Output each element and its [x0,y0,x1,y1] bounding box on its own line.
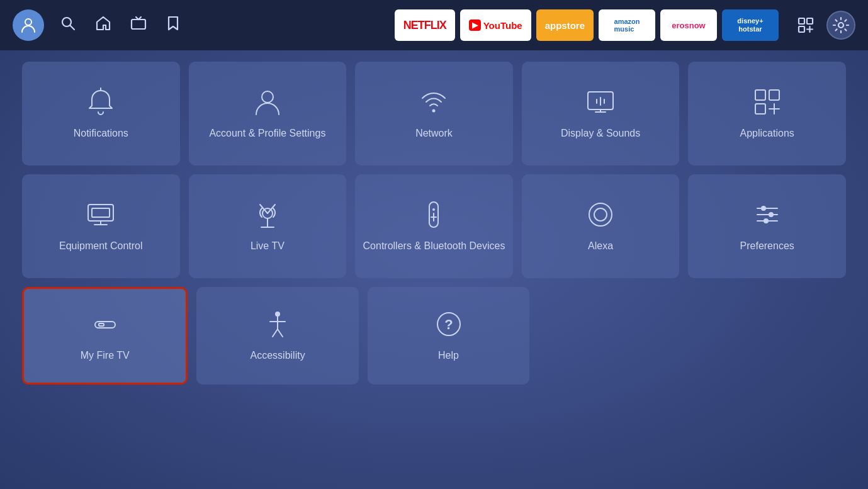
sliders-icon [752,200,782,230]
svg-point-11 [838,23,843,28]
tile-alexa[interactable]: Alexa [522,174,680,278]
tile-controllers-bluetooth[interactable]: Controllers & Bluetooth Devices [355,174,513,278]
page-wrapper: NETFLIX ▶ YouTube appstore amazonmusic e… [0,0,868,489]
tile-accessibility-label: Accessibility [251,349,305,363]
svg-point-14 [432,110,436,113]
svg-line-51 [278,329,283,337]
tile-accessibility[interactable]: Accessibility [196,287,358,385]
tile-applications[interactable]: Applications [688,62,846,166]
help-icon: ? [434,309,464,339]
tile-account-label: Account & Profile Settings [209,127,325,140]
svg-line-2 [70,26,75,30]
svg-point-40 [761,206,766,211]
svg-rect-29 [92,208,110,217]
bookmark-icon[interactable] [162,12,184,38]
display-icon [585,87,616,117]
search-icon[interactable] [57,12,79,38]
antenna-icon [252,200,283,230]
tile-network-label: Network [415,127,453,140]
grid-row-1: Notifications Account & Profile Settings [22,62,846,166]
grid-row-2: Equipment Control Live TV [22,174,846,278]
grid-row-3: My Fire TV Accessibility ? H [22,287,846,385]
tile-notifications-label: Notifications [74,127,128,140]
top-nav: NETFLIX ▶ YouTube appstore amazonmusic e… [0,0,868,50]
svg-rect-46 [99,323,104,326]
tile-account-profile[interactable]: Account & Profile Settings [189,62,347,166]
erosnow-app[interactable]: erosnow [660,9,717,41]
nav-apps: NETFLIX ▶ YouTube appstore amazonmusic e… [395,9,779,41]
empty-slot-2 [697,287,846,385]
firetv-icon [90,309,120,339]
hotstar-app[interactable]: disney+hotstar [722,9,779,41]
svg-point-37 [589,203,612,226]
svg-line-50 [273,329,278,337]
tile-alexa-label: Alexa [588,240,613,253]
appstore-app[interactable]: appstore [536,9,594,41]
svg-rect-8 [799,26,804,32]
empty-slot-1 [538,287,687,385]
svg-point-34 [432,208,435,211]
tile-preferences-label: Preferences [740,240,794,253]
tv-icon[interactable] [127,12,150,38]
tile-applications-label: Applications [740,127,794,140]
tile-display-sounds[interactable]: Display & Sounds [522,62,680,166]
svg-point-13 [262,91,273,103]
svg-rect-45 [95,322,115,328]
tile-equipment-label: Equipment Control [59,240,143,253]
youtube-app[interactable]: ▶ YouTube [460,9,531,41]
nav-left [13,9,184,41]
tile-live-tv[interactable]: Live TV [189,174,347,278]
svg-rect-22 [769,90,779,100]
tile-help[interactable]: ? Help [368,287,529,385]
tile-network[interactable]: Network [355,62,513,166]
monitor-icon [86,200,116,230]
settings-icon[interactable] [826,11,855,40]
remote-icon [419,200,449,230]
amazon-music-app[interactable]: amazonmusic [599,9,655,41]
tile-notifications[interactable]: Notifications [22,62,180,166]
person-icon [252,87,283,117]
svg-point-38 [594,208,607,221]
nav-right [791,11,855,40]
svg-rect-3 [132,20,145,29]
svg-rect-7 [807,18,813,24]
settings-grid: Notifications Account & Profile Settings [0,50,868,489]
apps-icon [752,87,782,117]
tile-preferences[interactable]: Preferences [688,174,846,278]
svg-text:?: ? [444,317,453,332]
tile-my-fire-tv[interactable]: My Fire TV [22,287,188,385]
svg-point-44 [764,218,769,223]
accessibility-icon [262,309,293,339]
tile-controllers-label: Controllers & Bluetooth Devices [363,240,505,253]
tile-help-label: Help [438,349,459,363]
tile-equipment-control[interactable]: Equipment Control [22,174,180,278]
bell-icon [86,87,116,117]
svg-rect-23 [755,104,765,114]
svg-point-47 [275,312,280,317]
home-icon[interactable] [92,12,115,38]
tile-my-fire-tv-label: My Fire TV [81,349,130,363]
svg-rect-21 [755,90,765,100]
avatar[interactable] [13,9,44,41]
svg-point-0 [25,19,31,25]
alexa-icon [585,200,616,230]
svg-point-42 [769,212,774,217]
apps-grid-icon[interactable] [791,11,820,40]
wifi-icon [419,87,449,117]
svg-rect-6 [799,18,804,24]
tile-live-tv-label: Live TV [251,240,285,253]
netflix-app[interactable]: NETFLIX [395,9,455,41]
tile-display-label: Display & Sounds [561,127,640,140]
